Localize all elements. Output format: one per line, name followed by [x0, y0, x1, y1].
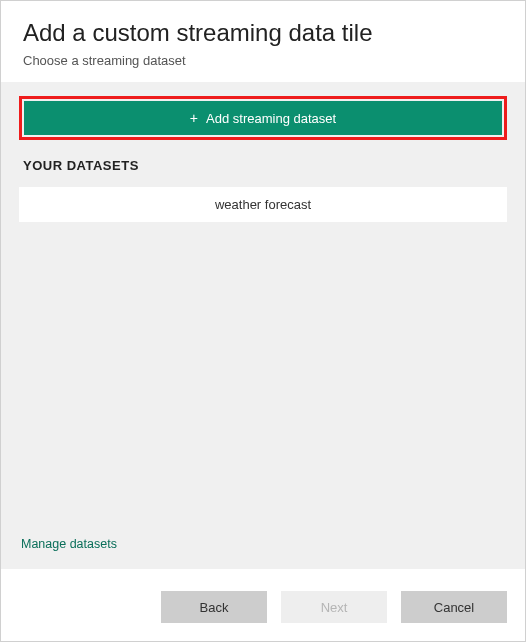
dialog-footer: Back Next Cancel	[1, 569, 525, 641]
dataset-item[interactable]: weather forecast	[19, 187, 507, 222]
back-button[interactable]: Back	[161, 591, 267, 623]
dialog-content: + Add streaming dataset YOUR DATASETS we…	[1, 82, 525, 569]
add-streaming-dataset-button[interactable]: + Add streaming dataset	[24, 101, 502, 135]
your-datasets-header: YOUR DATASETS	[19, 158, 507, 173]
dialog-header: Add a custom streaming data tile Choose …	[1, 1, 525, 82]
plus-icon: +	[190, 111, 198, 125]
dialog-title: Add a custom streaming data tile	[23, 19, 503, 47]
dataset-item-label: weather forecast	[215, 197, 311, 212]
dialog-subtitle: Choose a streaming dataset	[23, 53, 503, 68]
add-button-highlight: + Add streaming dataset	[19, 96, 507, 140]
add-button-label: Add streaming dataset	[206, 111, 336, 126]
manage-datasets-link[interactable]: Manage datasets	[21, 537, 117, 551]
cancel-button[interactable]: Cancel	[401, 591, 507, 623]
next-button: Next	[281, 591, 387, 623]
